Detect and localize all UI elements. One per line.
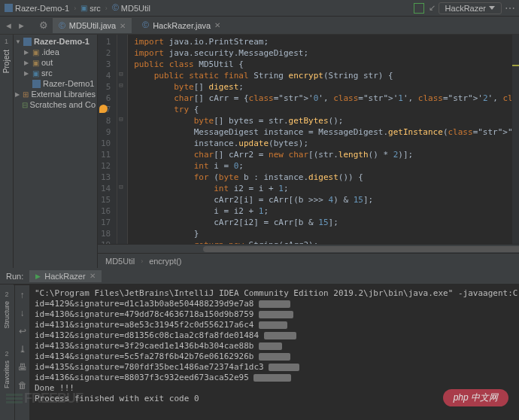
project-tree[interactable]: ▼ Razer-Demo-1 ▶ ▣ .idea ▶ ▣ out ▶ ▣ src… xyxy=(14,35,98,268)
tree-label: out xyxy=(41,58,53,67)
breadcrumb-project[interactable]: Razer-Demo-1 xyxy=(5,4,69,13)
tool-num: 2 xyxy=(5,350,8,358)
tree-label: Razer-Demo1 xyxy=(43,79,94,88)
run-config-label: HackRazer xyxy=(445,4,486,13)
close-icon[interactable]: ✕ xyxy=(120,22,126,30)
tree-label: .idea xyxy=(41,47,59,56)
breadcrumb-label: MD5Util xyxy=(121,4,150,13)
class-icon: Ⓒ xyxy=(112,3,119,13)
close-icon[interactable]: ✕ xyxy=(214,21,220,29)
main-area: 1 Project ▼ Razer-Demo-1 ▶ ▣ .idea ▶ ▣ o… xyxy=(0,35,519,268)
soft-wrap-button[interactable]: ↩ xyxy=(19,326,26,336)
up-button[interactable]: ↑ xyxy=(20,290,25,300)
chevron-right-icon: › xyxy=(141,257,143,265)
run-tab[interactable]: ▶ HackRazer ✕ xyxy=(29,270,101,282)
structure-tool-button[interactable]: Structure xyxy=(3,301,11,329)
breadcrumb-method[interactable]: encrypt() xyxy=(149,257,181,266)
expand-icon[interactable]: ▶ xyxy=(15,91,20,98)
tree-label: External Libraries xyxy=(31,90,96,99)
tree-item[interactable]: ▶ ▣ src xyxy=(14,68,97,78)
tree-item[interactable]: ▶ ▣ .idea xyxy=(14,47,97,57)
tree-scratches[interactable]: ⊟ Scratches and Co xyxy=(14,99,97,110)
folder-icon: ▣ xyxy=(80,4,87,12)
chevron-right-icon: › xyxy=(74,5,76,12)
close-icon[interactable]: ✕ xyxy=(90,272,96,280)
next-arrow-icon[interactable]: ► xyxy=(17,21,26,30)
fold-gutter[interactable]: ⊟⊟⊟⊟ xyxy=(117,35,128,244)
expand-icon[interactable]: ▶ xyxy=(24,70,30,77)
tree-item[interactable]: Razer-Demo1 xyxy=(14,78,97,89)
chevron-down-icon xyxy=(489,6,495,10)
breadcrumb-src[interactable]: ▣ src xyxy=(80,4,101,13)
folder-icon: ▣ xyxy=(32,48,39,56)
expand-icon[interactable]: ▶ xyxy=(24,49,30,56)
breadcrumb-class[interactable]: MD5Util xyxy=(105,257,135,266)
class-icon: Ⓒ xyxy=(142,20,149,30)
run-tab-label: HackRazer xyxy=(44,272,85,281)
editor-tabs-bar: ◄ ► ⚙ Ⓒ MD5Util.java ✕ Ⓒ HackRazer.java … xyxy=(0,17,519,35)
tree-label: Scratches and Co xyxy=(30,100,96,109)
run-header: Run: ▶ HackRazer ✕ xyxy=(0,268,519,285)
left-bottom-toolbar: 2 Structure 2 Favorites xyxy=(0,285,14,420)
expand-icon[interactable]: ▶ xyxy=(24,59,30,66)
run-status-icon: ▶ xyxy=(35,272,41,280)
tree-external-libs[interactable]: ▶ ⊞ External Libraries xyxy=(14,89,97,99)
breadcrumb-file[interactable]: Ⓒ MD5Util xyxy=(112,3,150,13)
tool-num: 1 xyxy=(5,38,8,45)
print-button[interactable]: 🖶 xyxy=(18,362,27,373)
settings-icon[interactable]: ⚙ xyxy=(39,20,48,31)
horizontal-scrollbar[interactable] xyxy=(98,244,519,253)
tool-num: 2 xyxy=(5,291,8,298)
scroll-thumb[interactable] xyxy=(203,246,519,252)
editor-tab[interactable]: Ⓒ HackRazer.java ✕ xyxy=(136,18,226,32)
prev-arrow-icon[interactable]: ◄ xyxy=(5,21,13,30)
folder-icon: ▣ xyxy=(32,59,39,67)
back-icon[interactable]: ↙ xyxy=(429,3,436,13)
scratch-icon: ⊟ xyxy=(22,101,28,109)
tree-item[interactable]: ▶ ▣ out xyxy=(14,57,97,68)
tree-root[interactable]: ▼ Razer-Demo-1 xyxy=(14,36,97,47)
expand-icon[interactable]: ▼ xyxy=(15,38,21,45)
source-folder-icon: ▣ xyxy=(32,69,39,78)
code-area[interactable]: import java.io.PrintStream;import java.s… xyxy=(128,35,511,244)
build-icon[interactable] xyxy=(414,3,424,14)
tab-label: HackRazer.java xyxy=(153,21,211,30)
breadcrumb-label: src xyxy=(90,4,101,13)
left-tool-bar: 1 Project xyxy=(0,35,14,268)
editor-breadcrumb[interactable]: MD5Util › encrypt() xyxy=(98,253,519,268)
more-icon[interactable]: ⋯ xyxy=(505,2,514,14)
down-button[interactable]: ↓ xyxy=(20,308,25,318)
navigation-bar: Razer-Demo-1 › ▣ src › Ⓒ MD5Util ↙ HackR… xyxy=(0,0,519,17)
editor-tab-active[interactable]: Ⓒ MD5Util.java ✕ xyxy=(53,18,132,33)
project-tool-button[interactable]: Project xyxy=(2,47,11,76)
run-config-selector[interactable]: HackRazer xyxy=(439,2,502,14)
run-tool-window: Run: ▶ HackRazer ✕ ▶ ■ ⏏ ⊞ ↑ ↓ ↩ ⤓ 🖶 🗑 "… xyxy=(0,268,519,420)
code-editor: 1234567891011121314151617181920212223242… xyxy=(98,35,519,268)
breadcrumb-label: Razer-Demo-1 xyxy=(15,4,69,13)
clear-button[interactable]: 🗑 xyxy=(18,380,27,391)
tab-label: MD5Util.java xyxy=(69,21,116,30)
favorites-tool-button[interactable]: Favorites xyxy=(3,361,11,388)
project-icon xyxy=(23,38,32,46)
error-stripe[interactable] xyxy=(511,35,519,244)
tree-label: src xyxy=(41,68,53,78)
tree-label: Razer-Demo-1 xyxy=(34,37,90,46)
run-title: Run: xyxy=(6,272,23,281)
line-gutter[interactable]: 1234567891011121314151617181920212223242… xyxy=(98,35,117,244)
project-icon xyxy=(5,4,13,12)
console-output[interactable]: "C:\Program Files\JetBrains\IntelliJ IDE… xyxy=(30,285,519,420)
library-icon: ⊞ xyxy=(23,90,29,99)
module-icon xyxy=(32,80,41,88)
scroll-end-button[interactable]: ⤓ xyxy=(19,344,26,355)
class-icon: Ⓒ xyxy=(59,21,65,31)
chevron-right-icon: › xyxy=(105,5,108,12)
run-toolbar-right: ↑ ↓ ↩ ⤓ 🖶 🗑 xyxy=(15,285,30,420)
